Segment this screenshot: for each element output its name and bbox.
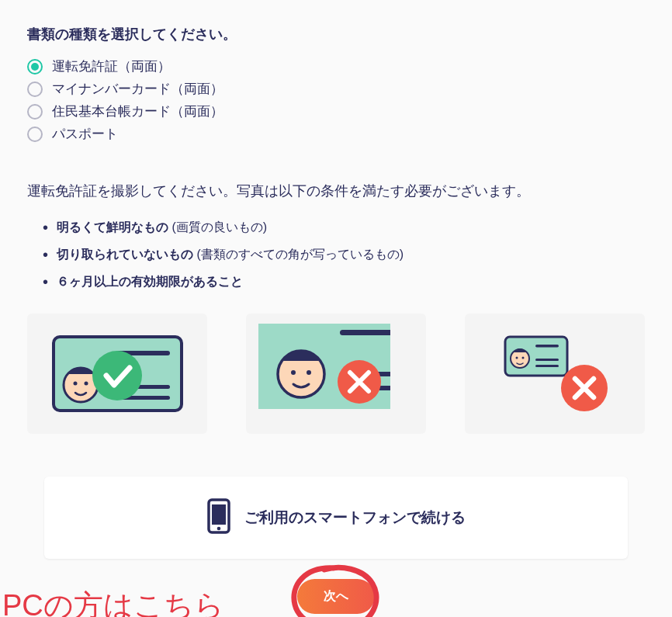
svg-point-19 xyxy=(516,356,518,359)
pc-users-annotation: PCの方はこちら xyxy=(2,586,224,617)
radio-label: 住民基本台帳カード（両面） xyxy=(52,102,223,120)
radio-label: 運転免許証（両面） xyxy=(52,57,171,75)
svg-rect-23 xyxy=(535,365,559,367)
svg-point-20 xyxy=(522,356,525,359)
radio-option-juki-card[interactable]: 住民基本台帳カード（両面） xyxy=(27,102,645,120)
svg-point-12 xyxy=(307,370,311,375)
id-card-good-illustration xyxy=(46,329,189,418)
svg-rect-21 xyxy=(535,345,559,348)
page-heading: 書類の種類を選択してください。 xyxy=(27,25,645,43)
capture-instruction: 運転免許証を撮影してください。写真は以下の条件を満たす必要がございます。 xyxy=(27,182,645,200)
svg-point-2 xyxy=(73,382,77,386)
example-images-row xyxy=(27,314,645,434)
svg-point-7 xyxy=(92,351,142,400)
id-card-cropped-illustration xyxy=(258,324,414,425)
requirement-item: 明るくて鮮明なもの (画質の良いもの) xyxy=(43,220,645,236)
example-bad-cropped xyxy=(246,314,426,434)
requirement-bold: ６ヶ月以上の有効期限があること xyxy=(57,275,243,288)
example-good xyxy=(27,314,207,434)
radio-circle-icon xyxy=(27,104,43,120)
svg-point-27 xyxy=(216,527,220,531)
requirement-item: 切り取られていないもの (書類のすべての角が写っているもの) xyxy=(43,247,645,263)
radio-label: パスポート xyxy=(52,125,118,143)
requirement-bold: 切り取られていないもの xyxy=(57,248,196,261)
example-bad-small xyxy=(465,314,645,434)
svg-rect-26 xyxy=(212,504,226,525)
continue-on-smartphone-card[interactable]: ご利用のスマートフォンで続ける xyxy=(44,477,628,559)
radio-option-passport[interactable]: パスポート xyxy=(27,125,645,143)
radio-option-mynumber-card[interactable]: マイナンバーカード（両面） xyxy=(27,80,645,98)
requirement-note: (画質の良いもの) xyxy=(171,220,267,234)
radio-option-drivers-license[interactable]: 運転免許証（両面） xyxy=(27,57,645,75)
requirement-note: (書類のすべての角が写っているもの) xyxy=(196,248,404,261)
smartphone-icon xyxy=(207,498,230,537)
requirements-list: 明るくて鮮明なもの (画質の良いもの) 切り取られていないもの (書類のすべての… xyxy=(43,220,645,290)
id-card-small-illustration xyxy=(493,328,617,421)
radio-label: マイナンバーカード（両面） xyxy=(52,80,223,98)
svg-rect-13 xyxy=(340,330,410,335)
continue-on-smartphone-label: ご利用のスマートフォンで続ける xyxy=(244,508,466,528)
next-button[interactable]: 次へ xyxy=(297,579,375,614)
document-type-radio-group: 運転免許証（両面） マイナンバーカード（両面） 住民基本台帳カード（両面） パス… xyxy=(27,57,645,143)
radio-circle-icon xyxy=(27,59,43,75)
svg-point-3 xyxy=(84,382,88,386)
radio-circle-icon xyxy=(27,127,43,142)
svg-point-11 xyxy=(291,370,296,375)
requirement-item: ６ヶ月以上の有効期限があること xyxy=(43,274,645,290)
radio-circle-icon xyxy=(27,81,43,97)
svg-rect-22 xyxy=(535,359,559,361)
requirement-bold: 明るくて鮮明なもの xyxy=(57,220,171,234)
next-button-row: 次へ PCの方はこちら xyxy=(27,570,645,617)
